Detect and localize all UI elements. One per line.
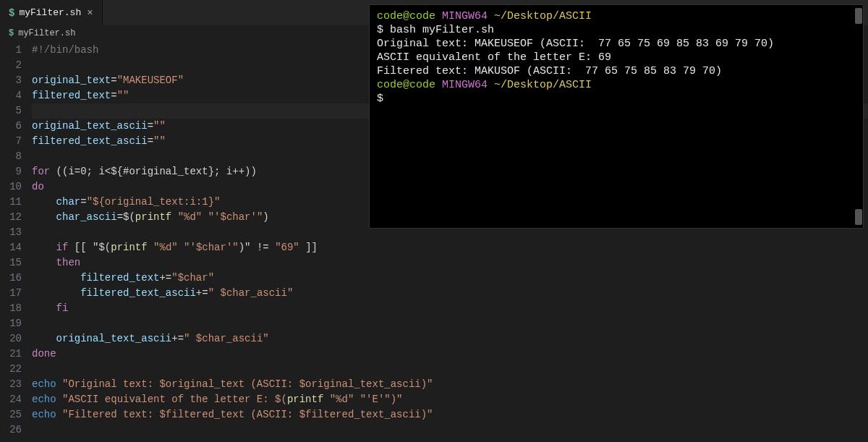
line-number: 10 [0,179,22,195]
line-number: 24 [0,392,22,407]
code-line[interactable]: fi [32,301,868,316]
line-number: 3 [0,73,22,88]
code-line[interactable]: filtered_text_ascii+=" $char_ascii" [32,286,868,301]
line-number: 12 [0,210,22,225]
line-number: 17 [0,286,22,301]
close-icon[interactable]: × [85,7,94,19]
breadcrumb-filename: myFilter.sh [18,28,75,38]
code-line[interactable] [32,422,868,438]
code-line[interactable]: then [32,255,868,271]
terminal-line: ASCII equivalent of the letter E: 69 [377,51,856,64]
line-number: 2 [0,58,22,73]
line-number: 26 [0,422,22,438]
line-number: 8 [0,149,22,164]
bash-file-icon: $ [9,7,14,19]
line-number: 5 [0,103,22,119]
code-line[interactable]: if [[ "$(printf "%d" "'$char'")" != "69"… [32,240,868,255]
code-line[interactable] [32,362,868,377]
line-number: 6 [0,119,22,134]
terminal-line: $ bash myFilter.sh [377,23,856,37]
line-number: 23 [0,377,22,392]
line-number: 11 [0,195,22,210]
code-line[interactable]: original_text_ascii+=" $char_ascii" [32,331,868,347]
line-number: 4 [0,88,22,103]
terminal-line: $ [377,92,856,106]
terminal-line: code@code MINGW64 ~/Desktop/ASCII [377,78,856,92]
line-number: 16 [0,271,22,286]
code-line[interactable]: filtered_text+="$char" [32,271,868,286]
bash-file-icon: $ [9,28,14,38]
code-line[interactable]: echo "ASCII equivalent of the letter E: … [32,392,868,407]
code-line[interactable] [32,316,868,331]
code-line[interactable]: echo "Original text: $original_text (ASC… [32,377,868,392]
terminal-scrollbar-thumb[interactable] [855,8,862,24]
line-number: 25 [0,407,22,422]
line-number: 9 [0,164,22,179]
line-number-gutter: 1234567891011121314151617181920212223242… [0,43,32,438]
terminal-scrollbar-thumb-bottom[interactable] [855,209,862,225]
line-number: 15 [0,255,22,271]
tab-myfilter[interactable]: $ myFilter.sh × [0,0,103,25]
line-number: 18 [0,301,22,316]
line-number: 1 [0,43,22,58]
terminal-line: Filtered text: MAKUSOF (ASCII: 77 65 75 … [377,64,856,78]
code-line[interactable]: done [32,347,868,362]
terminal-panel[interactable]: code@code MINGW64 ~/Desktop/ASCII$ bash … [369,4,864,229]
terminal-line: code@code MINGW64 ~/Desktop/ASCII [377,9,856,23]
line-number: 19 [0,316,22,331]
tab-filename: myFilter.sh [19,7,81,18]
line-number: 13 [0,225,22,240]
line-number: 20 [0,331,22,347]
line-number: 7 [0,134,22,149]
line-number: 21 [0,347,22,362]
line-number: 14 [0,240,22,255]
terminal-output: code@code MINGW64 ~/Desktop/ASCII$ bash … [377,9,856,106]
line-number: 22 [0,362,22,377]
terminal-line: Original text: MAKEUSEOF (ASCII: 77 65 7… [377,37,856,51]
code-line[interactable]: echo "Filtered text: $filtered_text (ASC… [32,407,868,422]
